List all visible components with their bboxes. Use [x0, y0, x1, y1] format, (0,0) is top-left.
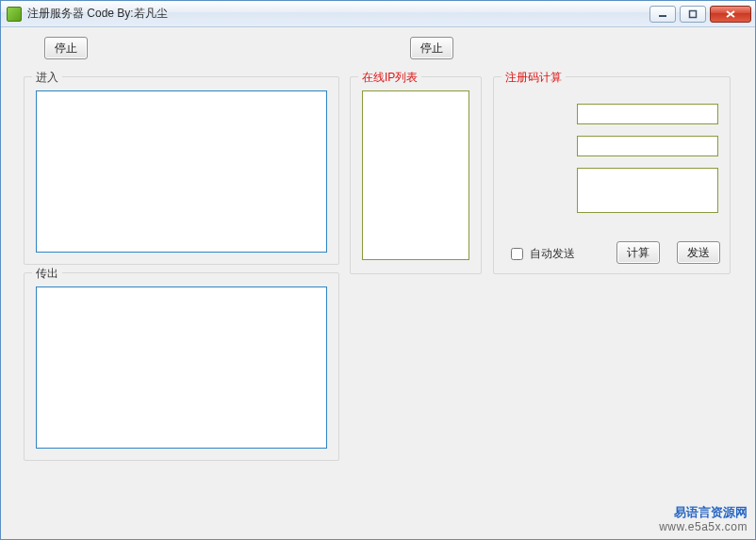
- group-enter: 进入: [24, 76, 339, 265]
- watermark-line1: 易语言资源网: [659, 505, 748, 521]
- group-enter-label: 进入: [32, 70, 62, 86]
- group-ip-list-label: 在线IP列表: [358, 70, 421, 86]
- ip-list-panel[interactable]: [362, 90, 469, 260]
- maximize-icon: [688, 9, 698, 19]
- group-exit-label: 传出: [32, 266, 62, 282]
- regcode-input-2[interactable]: [577, 136, 718, 156]
- group-exit: 传出: [24, 272, 339, 461]
- stop-button-left[interactable]: 停止: [44, 37, 88, 59]
- auto-send-checkbox-row[interactable]: 自动发送: [507, 245, 575, 263]
- window-controls: [649, 6, 751, 23]
- window-title: 注册服务器 Code By:若凡尘: [27, 6, 168, 22]
- client-area: 停止 停止 进入 传出 在线IP列表 注册码计算 自动发送 计: [1, 27, 755, 539]
- auto-send-label: 自动发送: [530, 246, 575, 262]
- minimize-button[interactable]: [649, 6, 676, 23]
- svg-rect-1: [690, 10, 697, 17]
- maximize-button[interactable]: [680, 6, 706, 23]
- enter-log-panel[interactable]: [36, 90, 327, 253]
- group-ip-list: 在线IP列表: [350, 76, 482, 274]
- watermark: 易语言资源网 www.e5a5x.com: [659, 505, 748, 535]
- group-regcode-label: 注册码计算: [501, 70, 566, 86]
- app-icon: [7, 7, 22, 22]
- calc-button[interactable]: 计算: [616, 241, 660, 264]
- regcode-input-3[interactable]: [577, 168, 718, 213]
- send-button[interactable]: 发送: [677, 241, 720, 264]
- group-regcode: 注册码计算 自动发送 计算 发送: [493, 76, 731, 274]
- title-bar: 注册服务器 Code By:若凡尘: [1, 1, 755, 27]
- watermark-line2: www.e5a5x.com: [659, 520, 748, 535]
- minimize-icon: [658, 9, 667, 19]
- regcode-input-1[interactable]: [577, 104, 718, 124]
- auto-send-checkbox[interactable]: [511, 248, 523, 260]
- stop-button-right[interactable]: 停止: [410, 37, 453, 59]
- exit-log-panel[interactable]: [36, 286, 327, 449]
- app-window: 注册服务器 Code By:若凡尘 停止 停止 进入 传出: [0, 0, 756, 540]
- close-button[interactable]: [710, 6, 751, 23]
- close-icon: [725, 9, 736, 19]
